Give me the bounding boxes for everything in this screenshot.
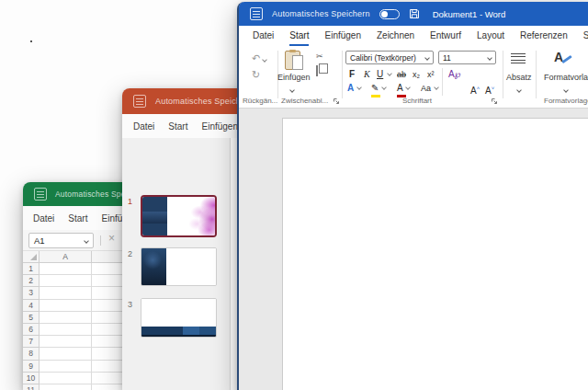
word-tab-einfuegen[interactable]: Einfügen — [324, 26, 360, 46]
powerpoint-tab-start[interactable]: Start — [168, 121, 187, 132]
word-tab-referenzen[interactable]: Referenzen — [520, 26, 568, 46]
cell[interactable] — [40, 373, 92, 384]
row-header[interactable]: 4 — [23, 300, 40, 312]
paste-button[interactable]: Einfügen — [277, 73, 309, 82]
underline-button[interactable]: U — [377, 69, 383, 81]
excel-app-icon — [34, 188, 47, 201]
slide-2-number: 2 — [128, 249, 132, 258]
chevron-down-icon[interactable] — [84, 238, 89, 244]
cell[interactable] — [40, 300, 92, 312]
word-tab-layout[interactable]: Layout — [477, 26, 504, 46]
word-tab-entwurf[interactable]: Entwurf — [430, 26, 461, 46]
font-name-combo[interactable]: Calibri (Textkörper) — [345, 51, 434, 64]
row-header[interactable]: 2 — [23, 275, 40, 287]
slide-3-number: 3 — [128, 300, 132, 309]
word-tab-datei[interactable]: Datei — [253, 26, 274, 46]
underline-dropdown-chevron[interactable] — [387, 69, 391, 81]
row-header[interactable]: 7 — [23, 336, 40, 348]
undo-group-label: Rückgän... — [243, 97, 277, 105]
italic-button[interactable]: K — [364, 69, 370, 81]
paragraph-dropdown-chevron[interactable] — [517, 85, 521, 94]
cell[interactable] — [40, 287, 92, 299]
row-header[interactable]: 6 — [23, 324, 40, 336]
superscript-button[interactable]: x² — [427, 69, 435, 81]
subscript-button[interactable]: x₂ — [413, 69, 420, 81]
cell[interactable] — [40, 312, 92, 324]
change-case-button[interactable]: Aa — [421, 83, 438, 95]
slide-3-thumbnail[interactable] — [141, 298, 217, 338]
word-autosave-label: Automatisches Speichern — [272, 9, 370, 18]
row-header[interactable]: 11 — [23, 384, 40, 390]
clipboard-group-label: Zwischenabl... — [281, 97, 328, 105]
cell[interactable] — [40, 263, 92, 275]
redo-button[interactable]: ↻ — [252, 68, 276, 82]
slide-2-image — [141, 248, 216, 285]
row-header[interactable]: 8 — [23, 348, 40, 360]
copy-icon[interactable] — [316, 66, 329, 77]
excel-name-box[interactable]: A1 — [28, 233, 94, 248]
shrink-font-button[interactable]: A˅ — [485, 83, 494, 95]
font-dialog-launcher-icon[interactable] — [491, 98, 498, 105]
cell[interactable] — [40, 275, 92, 287]
cut-icon[interactable]: ✂ — [316, 52, 329, 63]
powerpoint-tab-datei[interactable]: Datei — [133, 121, 154, 132]
cell[interactable] — [40, 361, 92, 373]
powerpoint-app-icon — [133, 95, 146, 108]
save-icon[interactable] — [409, 8, 420, 19]
cell[interactable] — [40, 348, 92, 360]
word-tab-zeichnen[interactable]: Zeichnen — [377, 26, 414, 46]
powerpoint-tab-einfuegen[interactable]: Einfügen — [201, 121, 237, 132]
cell[interactable] — [40, 384, 92, 390]
undo-button[interactable]: ↶ — [252, 52, 276, 65]
slide-thumbnail-panel[interactable]: 1 2 3 — [122, 138, 231, 390]
font-group-label: Schriftart — [402, 97, 432, 105]
text-highlight-icon[interactable]: ✎ — [371, 83, 386, 95]
word-tab-start[interactable]: Start — [289, 26, 309, 46]
cursor-dot — [30, 40, 32, 42]
slide-2-thumbnail[interactable] — [141, 247, 217, 286]
word-document-area — [239, 109, 588, 390]
paragraph-button[interactable]: Absatz — [506, 73, 532, 82]
excel-name-box-value: A1 — [34, 235, 45, 246]
format-painter-icon[interactable] — [316, 83, 329, 94]
row-header[interactable]: 1 — [23, 263, 40, 275]
row-header[interactable]: 10 — [23, 373, 40, 384]
wordart-styles-icon[interactable]: A — [347, 83, 361, 95]
word-autosave-toggle[interactable] — [379, 9, 400, 19]
row-header[interactable]: 3 — [23, 287, 40, 299]
styles-dropdown-chevron[interactable] — [564, 85, 568, 94]
group-divider — [536, 51, 537, 98]
slide-1-thumbnail[interactable] — [141, 195, 217, 237]
excel-tab-datei[interactable]: Datei — [33, 213, 54, 224]
excel-tab-start[interactable]: Start — [68, 213, 87, 224]
font-size-combo[interactable]: 11 — [438, 51, 496, 64]
styles-group-label: Formatvorlage — [544, 97, 588, 105]
font-color-icon[interactable]: A — [397, 83, 410, 95]
paragraph-lines-icon[interactable] — [511, 53, 526, 63]
cell[interactable] — [40, 324, 92, 336]
paste-dropdown-chevron[interactable] — [290, 85, 294, 94]
cell[interactable] — [40, 336, 92, 348]
word-tab-sendungen[interactable]: Sendungen — [583, 26, 588, 46]
column-header-a[interactable]: A — [40, 251, 92, 263]
cancel-entry-icon[interactable]: × — [108, 232, 115, 245]
row-header[interactable]: 5 — [23, 312, 40, 324]
word-window[interactable]: Automatisches Speichern Dokument1 - Word… — [237, 2, 588, 390]
font-name-value: Calibri (Textkörper) — [350, 53, 416, 63]
select-all-corner[interactable] — [23, 251, 40, 263]
clipboard-dialog-launcher-icon[interactable] — [333, 98, 340, 105]
grow-font-button[interactable]: A˄ — [470, 83, 480, 95]
paste-clipboard-icon[interactable] — [285, 51, 300, 70]
desktop: Automatisches Spe Datei Start Einfügen A… — [0, 0, 588, 390]
row-header[interactable]: 9 — [23, 361, 40, 373]
document-page[interactable] — [282, 118, 588, 390]
group-divider — [503, 51, 503, 98]
text-effects-icon[interactable]: A℘ — [448, 69, 461, 81]
excel-autosave-label: Automatisches Spe — [55, 189, 126, 199]
bold-button[interactable]: F — [349, 69, 355, 81]
slide-3-image — [141, 299, 216, 337]
styles-button[interactable]: Formatvorlag — [544, 73, 588, 82]
button-divider — [442, 68, 443, 96]
strikethrough-button[interactable]: ab — [397, 69, 406, 81]
word-titlebar[interactable]: Automatisches Speichern Dokument1 - Word — [239, 2, 588, 26]
